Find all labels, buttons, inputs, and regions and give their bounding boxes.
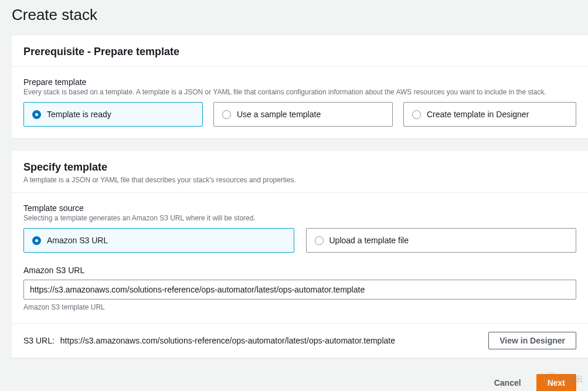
template-source-label: Template source: [23, 203, 576, 213]
s3-url-hint: Amazon S3 template URL: [23, 303, 576, 311]
s3-url-input[interactable]: [23, 280, 576, 300]
option-upload-file-label: Upload a template file: [329, 236, 409, 245]
template-source-desc: Selecting a template generates an Amazon…: [23, 214, 576, 222]
option-sample-template[interactable]: Use a sample template: [213, 102, 393, 127]
radio-selected-icon: [32, 110, 41, 119]
s3-url-footer-value: https://s3.amazonaws.com/solutions-refer…: [60, 336, 395, 345]
radio-unselected-icon: [222, 110, 231, 119]
option-s3-url-label: Amazon S3 URL: [47, 236, 108, 245]
radio-selected-icon: [32, 236, 41, 245]
view-in-designer-button[interactable]: View in Designer: [488, 332, 576, 349]
cancel-button[interactable]: Cancel: [484, 374, 532, 391]
radio-unselected-icon: [315, 236, 324, 245]
s3-url-label: Amazon S3 URL: [23, 266, 576, 275]
prerequisite-panel: Prerequisite - Prepare template Prepare …: [12, 35, 588, 138]
option-create-designer-label: Create template in Designer: [427, 110, 529, 119]
prepare-template-desc: Every stack is based on a template. A te…: [23, 88, 576, 96]
option-create-designer[interactable]: Create template in Designer: [403, 102, 576, 127]
specify-template-desc: A template is a JSON or YAML file that d…: [23, 176, 576, 184]
option-template-ready[interactable]: Template is ready: [23, 102, 203, 127]
page-title: Create stack: [12, 6, 588, 24]
prepare-template-label: Prepare template: [23, 77, 576, 87]
option-s3-url[interactable]: Amazon S3 URL: [23, 228, 294, 253]
specify-template-panel: Specify template A template is a JSON or…: [12, 150, 588, 358]
option-sample-template-label: Use a sample template: [237, 110, 321, 119]
option-template-ready-label: Template is ready: [47, 110, 111, 119]
option-upload-file[interactable]: Upload a template file: [306, 228, 577, 253]
radio-unselected-icon: [412, 110, 421, 119]
specify-template-heading: Specify template: [23, 161, 576, 174]
s3-url-display: S3 URL: https://s3.amazonaws.com/solutio…: [23, 336, 395, 345]
footer-actions: Cancel Next: [12, 369, 588, 391]
s3-url-footer-label: S3 URL:: [23, 336, 55, 345]
prerequisite-heading: Prerequisite - Prepare template: [23, 46, 576, 58]
next-button[interactable]: Next: [536, 374, 576, 391]
